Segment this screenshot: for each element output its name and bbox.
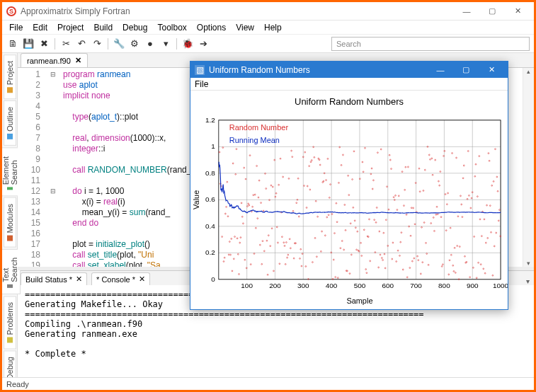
- svg-point-352: [484, 273, 486, 275]
- svg-point-53: [232, 270, 233, 272]
- side-tab-debug[interactable]: Debug: [4, 350, 16, 377]
- svg-point-270: [415, 183, 416, 184]
- fold-column[interactable]: ⊟ ⊟: [50, 68, 60, 267]
- svg-point-308: [447, 192, 449, 194]
- plot-minimize-button[interactable]: —: [428, 62, 452, 78]
- editor-tab[interactable]: ranmean.f90 ✕: [21, 53, 88, 67]
- svg-point-121: [289, 238, 290, 240]
- menu-project[interactable]: Project: [53, 22, 88, 33]
- svg-point-60: [237, 254, 239, 255]
- svg-point-183: [341, 241, 343, 242]
- svg-point-191: [348, 195, 350, 196]
- svg-point-98: [270, 246, 271, 247]
- svg-point-331: [467, 199, 468, 200]
- svg-point-273: [418, 260, 419, 261]
- svg-text:800: 800: [438, 282, 450, 289]
- side-tab-project[interactable]: Project: [4, 54, 16, 99]
- menu-debug[interactable]: Debug: [118, 22, 152, 33]
- plot-titlebar[interactable]: ▧ Uniform Random Numbers — ▢ ✕: [190, 62, 508, 78]
- svg-point-85: [258, 180, 260, 182]
- svg-point-274: [418, 168, 420, 170]
- svg-point-205: [360, 243, 362, 244]
- svg-point-38: [219, 151, 220, 153]
- svg-point-229: [380, 149, 382, 150]
- svg-point-193: [350, 223, 351, 224]
- tab-console[interactable]: * Console *✕: [91, 272, 150, 285]
- svg-point-210: [365, 148, 366, 149]
- debug-icon[interactable]: 🐞: [181, 38, 194, 50]
- run-dropdown-icon[interactable]: ▾: [159, 38, 172, 50]
- svg-text:500: 500: [354, 282, 366, 289]
- svg-point-114: [283, 242, 285, 243]
- editor-scrollbar[interactable]: ▴▾: [523, 68, 534, 267]
- minimize-button[interactable]: —: [455, 4, 479, 18]
- plot-window[interactable]: ▧ Uniform Random Numbers — ▢ ✕ File Unif…: [190, 61, 508, 310]
- svg-point-115: [284, 246, 285, 247]
- plot-menu-file[interactable]: File: [195, 79, 208, 89]
- build-icon[interactable]: ⚙: [128, 38, 141, 50]
- menu-toolbox[interactable]: Toolbox: [153, 22, 190, 33]
- undo-icon[interactable]: ↶: [75, 38, 88, 50]
- menu-view[interactable]: View: [232, 22, 258, 33]
- svg-text:0.2: 0.2: [205, 249, 215, 257]
- svg-point-126: [293, 258, 295, 260]
- close-icon[interactable]: ✕: [76, 275, 82, 284]
- svg-point-277: [421, 227, 423, 229]
- plot-maximize-button[interactable]: ▢: [454, 62, 478, 78]
- svg-point-341: [475, 164, 477, 166]
- close-icon[interactable]: ✕: [139, 275, 145, 284]
- svg-point-165: [326, 217, 328, 218]
- svg-point-344: [478, 263, 479, 264]
- svg-point-214: [367, 236, 369, 238]
- svg-point-44: [224, 258, 225, 259]
- menu-help[interactable]: Help: [260, 22, 286, 33]
- run-icon[interactable]: ●: [144, 38, 156, 50]
- svg-point-269: [414, 224, 416, 225]
- svg-point-332: [467, 151, 469, 152]
- svg-point-350: [483, 268, 484, 270]
- tab-build-status[interactable]: Build Status *✕: [21, 272, 87, 285]
- step-icon[interactable]: ➔: [197, 38, 210, 50]
- svg-point-153: [317, 256, 318, 258]
- svg-text:Running Mean: Running Mean: [229, 136, 280, 144]
- new-file-icon[interactable]: 🗎: [6, 38, 19, 50]
- menu-file[interactable]: File: [5, 22, 27, 33]
- panel-dropdown-icon[interactable]: ▾: [526, 277, 534, 285]
- side-tab-outline[interactable]: Outline: [4, 100, 16, 146]
- svg-point-78: [253, 195, 254, 196]
- svg-point-171: [331, 214, 333, 215]
- svg-point-102: [273, 270, 275, 272]
- close-button[interactable]: ✕: [506, 4, 530, 18]
- plot-canvas: Uniform Random Numbers100200300400500600…: [190, 91, 508, 309]
- plot-close-button[interactable]: ✕: [479, 62, 503, 78]
- svg-point-46: [226, 207, 227, 208]
- svg-point-117: [285, 242, 287, 243]
- svg-point-50: [229, 241, 230, 243]
- side-tab-problems[interactable]: Problems: [4, 296, 16, 349]
- svg-point-299: [440, 171, 441, 173]
- svg-point-328: [464, 256, 466, 258]
- search-input[interactable]: Search: [331, 37, 530, 51]
- svg-point-152: [315, 201, 317, 202]
- svg-point-97: [269, 200, 270, 201]
- svg-point-199: [355, 227, 356, 229]
- svg-point-79: [253, 253, 255, 255]
- side-tab-modules[interactable]: Modules: [4, 197, 16, 248]
- cut-icon[interactable]: ✂: [59, 38, 72, 50]
- svg-point-116: [285, 264, 286, 265]
- menu-build[interactable]: Build: [89, 22, 117, 33]
- svg-point-175: [335, 277, 336, 278]
- menu-edit[interactable]: Edit: [28, 22, 52, 33]
- svg-point-240: [389, 160, 391, 161]
- redo-icon[interactable]: ↷: [91, 38, 103, 50]
- save-icon[interactable]: 💾: [22, 38, 35, 50]
- svg-point-163: [324, 235, 326, 236]
- menu-options[interactable]: Options: [193, 22, 230, 33]
- editor-tab-close-icon[interactable]: ✕: [75, 56, 81, 65]
- maximize-button[interactable]: ▢: [480, 4, 504, 18]
- close-tab-icon[interactable]: ✖: [38, 38, 50, 50]
- wrench-icon[interactable]: 🔧: [113, 38, 125, 50]
- svg-point-292: [434, 231, 435, 232]
- svg-point-224: [376, 207, 377, 209]
- svg-point-200: [356, 249, 358, 250]
